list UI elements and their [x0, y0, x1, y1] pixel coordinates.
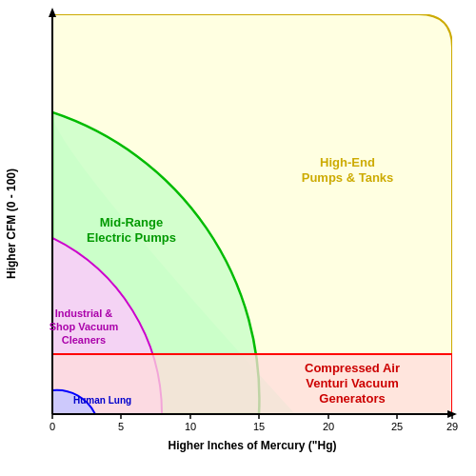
x-tick-15: 15: [253, 421, 265, 432]
compressed-air-label2: Venturi Vacuum: [306, 376, 399, 390]
mid-range-label2: Electric Pumps: [87, 230, 176, 245]
industrial-label3: Cleaners: [62, 334, 106, 346]
industrial-label: Industrial &: [55, 307, 113, 319]
x-tick-10: 10: [185, 421, 196, 432]
y-axis-label: Higher CFM (0 - 100): [5, 169, 18, 279]
x-tick-5: 5: [118, 421, 124, 432]
x-tick-29: 29: [446, 421, 458, 432]
x-tick-0: 0: [50, 421, 55, 432]
mid-range-label: Mid-Range: [100, 215, 163, 229]
x-axis-label: Higher Inches of Mercury ("Hg): [168, 439, 336, 452]
high-end-label: High-End: [320, 155, 375, 169]
high-end-label2: Pumps & Tanks: [302, 170, 394, 185]
chart-container: 0 5 10 15 20 25 29 Higher Inches of Merc…: [0, 0, 476, 476]
human-lung-label: Human Lung: [73, 395, 131, 406]
compressed-air-label3: Generators: [319, 391, 385, 406]
industrial-label2: Shop Vacuum: [50, 321, 119, 332]
compressed-air-label: Compressed Air: [305, 361, 400, 375]
x-tick-20: 20: [323, 421, 334, 432]
x-tick-25: 25: [391, 421, 403, 432]
